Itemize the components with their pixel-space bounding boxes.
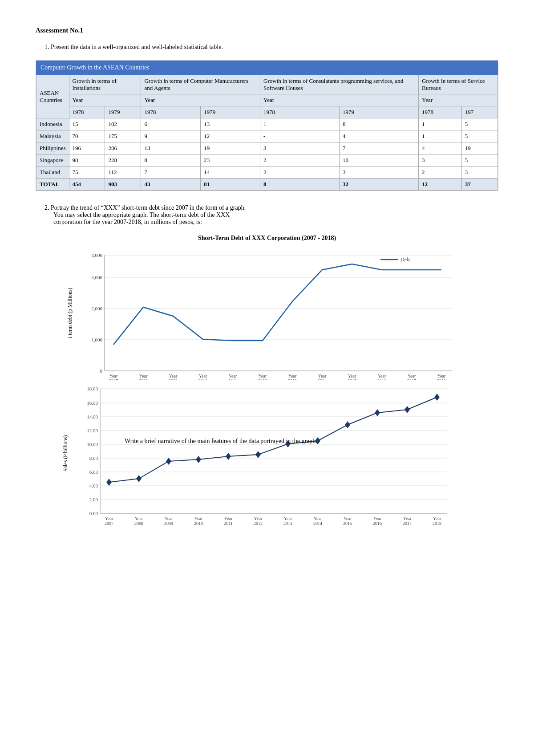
dp-2 <box>136 475 142 482</box>
table-row: Singapore 98 228 8 23 2 10 3 5 <box>36 154 498 167</box>
svg-text:8.00: 8.00 <box>89 455 98 461</box>
year-1979-4: 197 <box>461 106 498 118</box>
m79-cell: 14 <box>201 167 260 179</box>
m78-cell: 7 <box>141 167 201 179</box>
dp-10 <box>375 409 380 416</box>
c79-cell: 7 <box>340 142 419 154</box>
s79-cell: 5 <box>461 118 498 130</box>
i79-cell: 112 <box>105 167 141 179</box>
svg-text:Year: Year <box>169 374 178 378</box>
question-2: 2. Portray the trend of “XXX” short-term… <box>44 204 498 226</box>
m79-cell: 19 <box>201 142 260 154</box>
svg-text:2014: 2014 <box>313 521 322 526</box>
svg-text:2018: 2018 <box>433 521 441 526</box>
table-body: Indonesia 15 102 6 13 1 8 1 5 Malaysia 7… <box>36 118 498 191</box>
c78-cell: - <box>260 130 340 142</box>
table-title: Computer Growth in the ASEAN Countries <box>36 61 498 75</box>
q3-narrative-label: Write a brief narrative of the main feat… <box>125 438 317 445</box>
svg-text:2008: 2008 <box>134 521 143 526</box>
col-consult-header: Growth in terms of Consulatants programm… <box>260 75 419 94</box>
svg-text:Year: Year <box>288 374 297 378</box>
total-i79: 903 <box>105 179 141 191</box>
data-table: ASEANCountries Growth in terms of Instal… <box>36 75 498 191</box>
question-1: 1. Present the data in a well-organized … <box>44 42 498 52</box>
country-cell: Philippines <box>36 142 69 154</box>
svg-text:16.00: 16.00 <box>87 400 98 406</box>
svg-text:2011: 2011 <box>224 521 233 526</box>
dp-1 <box>106 479 112 486</box>
svg-text:2017: 2017 <box>403 521 412 526</box>
svg-text:14.00: 14.00 <box>87 414 98 419</box>
svg-text:Year: Year <box>314 516 322 521</box>
dp-6 <box>255 451 261 458</box>
svg-text:2.00: 2.00 <box>89 497 98 502</box>
svg-text:2010: 2010 <box>194 521 203 526</box>
i78-cell: 196 <box>69 142 105 154</box>
svg-text:Year: Year <box>105 516 113 521</box>
c79-cell: 3 <box>340 167 419 179</box>
svg-text:1,000: 1,000 <box>91 337 102 342</box>
svg-text:Year: Year <box>135 516 143 521</box>
s79-cell: 5 <box>461 130 498 142</box>
year-1979-1: 1979 <box>105 106 141 118</box>
svg-text:Year: Year <box>378 374 386 378</box>
year-value-row: 1978 1979 1978 1979 1978 1979 1978 197 <box>36 106 498 118</box>
c79-cell: 10 <box>340 154 419 167</box>
year-1978-3: 1978 <box>260 106 340 118</box>
chart1-wrapper: t-term debt (p Millions) 0 1,000 2,000 3… <box>67 246 467 380</box>
s78-cell: 1 <box>419 118 462 130</box>
svg-text:10.00: 10.00 <box>87 442 98 447</box>
i79-cell: 286 <box>105 142 141 154</box>
c79-cell: 8 <box>340 118 419 130</box>
table-row: Malaysia 70 175 9 12 - 4 1 5 <box>36 130 498 142</box>
s79-cell: 5 <box>461 154 498 167</box>
i78-cell: 70 <box>69 130 105 142</box>
year-1978-1: 1978 <box>69 106 105 118</box>
svg-text:2012: 2012 <box>254 521 263 526</box>
i78-cell: 75 <box>69 167 105 179</box>
debt-line <box>113 264 441 345</box>
svg-text:4.00: 4.00 <box>89 483 98 488</box>
dp-9 <box>345 421 350 428</box>
svg-text:Year: Year <box>403 516 412 521</box>
assessment-title: Assessment No.1 <box>36 27 498 34</box>
svg-text:2015: 2015 <box>343 521 352 526</box>
chart2-inner: 0.00 2.00 4.00 6.00 8.00 10.00 12.00 14.… <box>73 380 472 527</box>
chart1-title: Short-Term Debt of XXX Corporation (2007… <box>67 235 467 242</box>
svg-text:Year: Year <box>318 374 327 378</box>
svg-text:Year: Year <box>437 374 446 378</box>
m78-cell: 9 <box>141 130 201 142</box>
svg-text:0.00: 0.00 <box>89 511 98 516</box>
s79-cell: 3 <box>461 167 498 179</box>
svg-text:Year: Year <box>199 374 207 378</box>
total-s78: 12 <box>419 179 462 191</box>
chart2-wrapper: Sales (P billions) 0. <box>62 380 472 527</box>
year-label-2: Year <box>141 94 260 106</box>
table-row: Thailand 75 112 7 14 2 3 2 3 <box>36 167 498 179</box>
country-cell: Indonesia <box>36 118 69 130</box>
chart2-combined: Write a brief narrative of the main feat… <box>62 380 472 527</box>
chart1-inner: 0 1,000 2,000 3,000 4,000 Year 2007 Year… <box>78 246 467 380</box>
svg-text:2009: 2009 <box>164 521 173 526</box>
svg-text:2016: 2016 <box>373 521 382 526</box>
svg-text:Year: Year <box>373 516 382 521</box>
total-s79: 37 <box>461 179 498 191</box>
svg-text:Year: Year <box>139 374 148 378</box>
total-c78: 8 <box>260 179 340 191</box>
q2-line1: 2. Portray the trend of “XXX” short-term… <box>44 204 498 211</box>
i79-cell: 175 <box>105 130 141 142</box>
svg-text:Year: Year <box>254 516 263 521</box>
svg-text:Year: Year <box>259 374 267 378</box>
i78-cell: 98 <box>69 154 105 167</box>
m78-cell: 13 <box>141 142 201 154</box>
chart2-svg: 0.00 2.00 4.00 6.00 8.00 10.00 12.00 14.… <box>73 380 456 527</box>
m78-cell: 8 <box>141 154 201 167</box>
c78-cell: 1 <box>260 118 340 130</box>
svg-text:2013: 2013 <box>283 521 292 526</box>
table-row: Philippines 196 286 13 19 3 7 4 19 <box>36 142 498 154</box>
dp-5 <box>226 453 231 460</box>
year-label-1: Year <box>69 94 141 106</box>
year-label-3: Year <box>260 94 419 106</box>
chart1-svg: 0 1,000 2,000 3,000 4,000 Year 2007 Year… <box>78 246 461 380</box>
country-cell: Thailand <box>36 167 69 179</box>
